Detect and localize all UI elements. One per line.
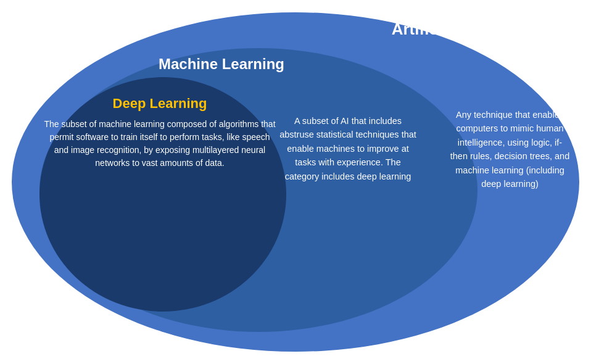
ai-description: Any technique that enables computers to … (450, 108, 570, 191)
diagram-container: Artificial Intelligence Machine Learning… (6, 6, 585, 358)
dl-title: Deep Learning (43, 96, 277, 112)
ml-title: Machine Learning (86, 56, 357, 73)
ml-description: A subset of AI that includes abstruse st… (277, 114, 419, 183)
dl-text-block: Deep Learning The subset of machine lear… (43, 96, 277, 170)
ai-title: Artificial Intelligence (392, 20, 548, 39)
dl-description: The subset of machine learning composed … (43, 118, 277, 170)
